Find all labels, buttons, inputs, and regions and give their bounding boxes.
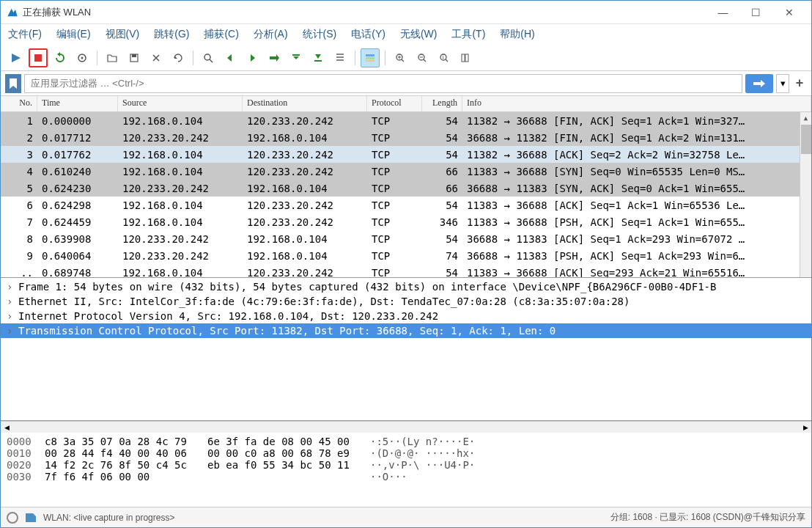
menu-analyze[interactable]: 分析(A) [254, 28, 288, 41]
open-file-button[interactable] [103, 48, 122, 67]
packet-details-pane[interactable]: Frame 1: 54 bytes on wire (432 bits), 54… [1, 278, 811, 421]
filter-apply-button[interactable] [745, 74, 773, 93]
packet-row[interactable]: 10.000000192.168.0.104120.233.20.242TCP5… [1, 112, 811, 129]
save-file-button[interactable] [125, 48, 144, 67]
filter-bookmark-button[interactable] [5, 74, 21, 93]
menu-telephony[interactable]: 电话(Y) [351, 28, 385, 41]
zoom-reset-button[interactable]: 1 [435, 48, 454, 67]
window-controls: — ☐ ✕ [706, 1, 805, 23]
status-bar: WLAN: <live capture in progress> 分组: 160… [1, 507, 811, 527]
col-header-destination[interactable]: Destination [243, 96, 367, 111]
restart-capture-button[interactable] [51, 48, 70, 67]
scroll-track[interactable] [12, 422, 800, 433]
maximize-button[interactable]: ☐ [739, 1, 772, 23]
col-header-length[interactable]: Length [422, 96, 462, 111]
arrow-right-icon [752, 79, 767, 88]
colorize-button[interactable] [361, 48, 380, 67]
toolbar-separator [385, 51, 385, 65]
hex-dump-line[interactable]: 001000 28 44 f4 40 00 40 0600 00 c0 a8 0… [7, 447, 805, 459]
resize-columns-button[interactable] [457, 48, 476, 67]
packet-list-pane[interactable]: No. Time Source Destination Protocol Len… [1, 96, 811, 278]
packet-row[interactable]: 80.639908120.233.20.242192.168.0.104TCP5… [1, 230, 811, 247]
svg-line-21 [424, 59, 426, 62]
reload-button[interactable] [169, 48, 188, 67]
minimize-button[interactable]: — [706, 1, 739, 23]
packet-row[interactable]: 50.624230120.233.20.242192.168.0.104TCP6… [1, 180, 811, 197]
svg-rect-11 [336, 56, 344, 58]
go-to-packet-button[interactable] [265, 48, 284, 67]
packet-list-scrollbar[interactable]: ▲ [800, 112, 811, 277]
stop-capture-button[interactable] [29, 48, 48, 67]
protocol-tree-item[interactable]: Frame 1: 54 bytes on wire (432 bits), 54… [1, 279, 811, 294]
protocol-tree-item[interactable]: Ethernet II, Src: IntelCor_3f:fa:de (4c:… [1, 294, 811, 309]
svg-rect-8 [292, 54, 300, 56]
menu-view[interactable]: 视图(V) [106, 28, 140, 41]
svg-rect-14 [366, 57, 374, 59]
menu-wireless[interactable]: 无线(W) [400, 28, 438, 41]
svg-rect-27 [465, 54, 468, 62]
packet-row[interactable]: 20.017712120.233.20.242192.168.0.104TCP5… [1, 129, 811, 146]
menu-help[interactable]: 帮助(H) [500, 28, 534, 41]
packet-row[interactable]: ..0.689748192.168.0.104120.233.20.242TCP… [1, 264, 811, 278]
scroll-thumb[interactable] [801, 125, 811, 154]
menu-edit[interactable]: 编辑(E) [56, 28, 91, 41]
svg-point-5 [204, 54, 210, 60]
toolbar-separator [97, 51, 97, 65]
hex-dump-line[interactable]: 00307f f6 4f 06 00 00··O··· [7, 471, 805, 483]
zoom-in-button[interactable] [391, 48, 410, 67]
col-header-protocol[interactable]: Protocol [367, 96, 422, 111]
go-first-button[interactable] [287, 48, 306, 67]
svg-text:1: 1 [442, 55, 445, 59]
details-hscroll[interactable]: ◀ ▶ [1, 421, 811, 433]
packet-row[interactable]: 90.640064120.233.20.242192.168.0.104TCP7… [1, 247, 811, 264]
protocol-tree-item[interactable]: Transmission Control Protocol, Src Port:… [1, 323, 811, 338]
toolbar-separator [355, 51, 355, 65]
col-header-source[interactable]: Source [118, 96, 243, 111]
start-capture-button[interactable] [7, 48, 26, 67]
menu-capture[interactable]: 捕获(C) [204, 28, 238, 41]
packet-row[interactable]: 40.610240192.168.0.104120.233.20.242TCP6… [1, 163, 811, 180]
zoom-out-button[interactable] [413, 48, 432, 67]
menu-go[interactable]: 跳转(G) [154, 28, 189, 41]
protocol-tree-item[interactable]: Internet Protocol Version 4, Src: 192.16… [1, 309, 811, 323]
col-header-info[interactable]: Info [462, 96, 811, 111]
find-button[interactable] [199, 48, 218, 67]
filter-dropdown-button[interactable]: ▾ [776, 74, 789, 93]
scroll-left-icon[interactable]: ◀ [1, 422, 12, 433]
svg-point-2 [81, 56, 84, 59]
window-title: 正在捕获 WLAN [23, 6, 706, 19]
menu-statistics[interactable]: 统计(S) [303, 28, 337, 41]
filter-add-button[interactable]: + [792, 74, 807, 93]
menubar: 文件(F) 编辑(E) 视图(V) 跳转(G) 捕获(C) 分析(A) 统计(S… [1, 24, 811, 45]
go-back-button[interactable] [221, 48, 240, 67]
col-header-time[interactable]: Time [37, 96, 118, 111]
hex-dump-line[interactable]: 0000c8 3a 35 07 0a 28 4c 796e 3f fa de 0… [7, 436, 805, 447]
packet-row[interactable]: 60.624298192.168.0.104120.233.20.242TCP5… [1, 197, 811, 213]
auto-scroll-button[interactable] [331, 48, 350, 67]
expert-info-icon[interactable] [7, 512, 18, 524]
filter-bar: ▾ + [1, 71, 811, 96]
go-last-button[interactable] [309, 48, 328, 67]
packet-row[interactable]: 70.624459192.168.0.104120.233.20.242TCP3… [1, 213, 811, 230]
capture-options-button[interactable] [73, 48, 92, 67]
status-text-left: WLAN: <live capture in progress> [43, 513, 610, 523]
menu-file[interactable]: 文件(F) [8, 28, 42, 41]
svg-rect-15 [366, 60, 374, 62]
close-button[interactable]: ✕ [772, 1, 805, 23]
hex-dump-line[interactable]: 002014 f2 2c 76 8f 50 c4 5ceb ea f0 55 3… [7, 459, 805, 471]
titlebar: 正在捕获 WLAN — ☐ ✕ [1, 1, 811, 24]
display-filter-input[interactable] [24, 74, 742, 93]
menu-tools[interactable]: 工具(T) [451, 28, 485, 41]
scroll-right-icon[interactable]: ▶ [800, 422, 811, 433]
go-forward-button[interactable] [243, 48, 262, 67]
app-icon [7, 7, 18, 18]
close-file-button[interactable] [147, 48, 166, 67]
col-header-no[interactable]: No. [1, 96, 37, 111]
packet-bytes-pane[interactable]: 0000c8 3a 35 07 0a 28 4c 796e 3f fa de 0… [1, 433, 811, 507]
svg-rect-4 [132, 54, 136, 57]
capture-file-icon[interactable] [24, 512, 37, 524]
svg-line-24 [446, 59, 448, 62]
svg-line-6 [210, 59, 213, 62]
scroll-up-icon[interactable]: ▲ [800, 112, 811, 124]
packet-row[interactable]: 30.017762192.168.0.104120.233.20.242TCP5… [1, 146, 811, 163]
